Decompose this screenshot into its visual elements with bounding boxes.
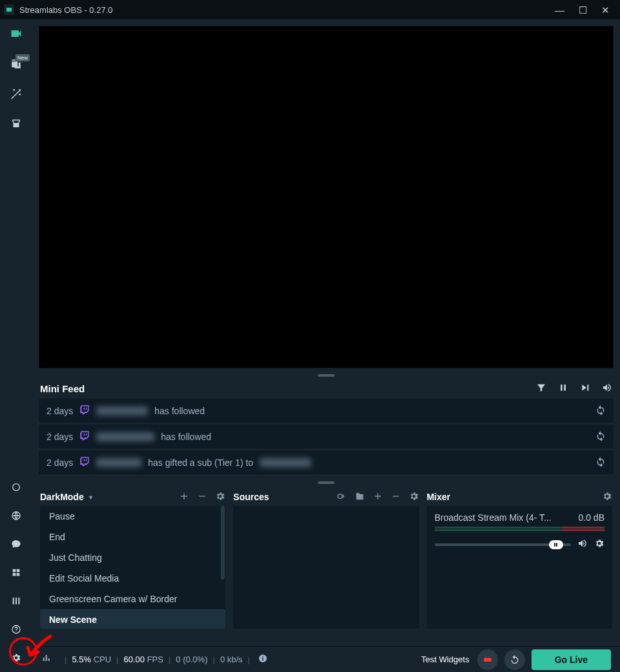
feed-item[interactable]: 2 days has followed <box>39 399 614 423</box>
feed-text: has followed <box>161 432 211 442</box>
stats-icon[interactable] <box>41 653 52 666</box>
app-icon <box>4 5 14 15</box>
scene-item[interactable]: Pause <box>40 506 225 527</box>
dropped-frames: 0 (0.0%) <box>176 655 207 664</box>
status-footer: | 5.5% CPU | 60.00 FPS | 0 (0.0%) | 0 kb… <box>32 646 620 672</box>
scrollbar[interactable] <box>221 506 225 580</box>
feed-time: 2 days <box>46 432 73 442</box>
sources-folder-button[interactable] <box>355 491 365 503</box>
svg-rect-8 <box>6 8 12 12</box>
go-live-button[interactable]: Go Live <box>532 649 611 670</box>
sidebar-chat[interactable] <box>11 539 21 552</box>
minifeed-volume-icon[interactable] <box>602 383 612 395</box>
replay-buffer-button[interactable] <box>504 649 525 670</box>
twitch-icon <box>79 430 90 443</box>
scene-item[interactable]: Just Chatting <box>40 547 225 568</box>
twitch-icon <box>79 456 90 468</box>
minifeed-filter-icon[interactable] <box>536 383 546 395</box>
mixer-title: Mixer <box>427 492 451 502</box>
feed-username-redacted <box>96 432 154 441</box>
left-sidebar: New <box>0 19 32 672</box>
sources-settings-button[interactable] <box>409 491 419 503</box>
cpu-label: CPU <box>94 655 111 664</box>
test-widgets-button[interactable]: Test Widgets <box>421 655 469 664</box>
feed-text: has gifted a sub (Tier 1) to <box>148 457 253 468</box>
scene-collection-dropdown[interactable]: DarkMode ▾ <box>40 492 92 502</box>
scene-item[interactable]: New Scene <box>40 609 225 629</box>
scenes-settings-button[interactable] <box>215 491 225 503</box>
feed-replay-icon[interactable] <box>595 430 606 443</box>
scene-item[interactable]: Edit Social Media <box>40 568 225 589</box>
feed-username-redacted <box>96 406 148 415</box>
mixer-mute-icon[interactable] <box>577 538 588 551</box>
sidebar-editor[interactable] <box>10 27 23 43</box>
window-maximize-button[interactable]: ☐ <box>579 5 587 15</box>
sources-remove-button[interactable] <box>391 491 401 503</box>
sidebar-dashboard[interactable] <box>11 567 21 580</box>
window-minimize-button[interactable]: — <box>555 5 564 15</box>
sidebar-appstore[interactable] <box>10 118 22 132</box>
sources-title: Sources <box>233 492 269 502</box>
sidebar-settings[interactable] <box>11 653 21 666</box>
window-title: Streamlabs OBS - 0.27.0 <box>19 5 113 15</box>
feed-recipient-redacted <box>260 458 311 467</box>
minifeed-skip-icon[interactable] <box>580 383 590 395</box>
mixer-slider-thumb[interactable] <box>549 540 563 549</box>
title-bar: Streamlabs OBS - 0.27.0 — ☐ ✕ <box>0 0 620 19</box>
feed-time: 2 days <box>46 406 73 416</box>
scene-item[interactable]: Greenscreen Camera w/ Border <box>40 589 225 609</box>
feed-text: has followed <box>154 406 205 416</box>
sidebar-themes[interactable] <box>10 88 22 102</box>
mixer-volume-slider[interactable] <box>435 543 571 546</box>
mixer-level-meter <box>435 527 604 532</box>
mixer-panel: Mixer Broadcast Stream Mix (4- T... 0.0 … <box>427 488 612 629</box>
bitrate: 0 kb/s <box>220 655 243 664</box>
chevron-down-icon: ▾ <box>89 494 92 501</box>
sources-add-button[interactable] <box>373 491 383 503</box>
sidebar-layouts[interactable]: New <box>10 58 22 72</box>
fps-value: 60.00 <box>124 655 145 664</box>
twitch-icon <box>79 404 90 417</box>
scene-collection-name: DarkMode <box>40 492 84 502</box>
preview-canvas[interactable] <box>39 26 614 368</box>
mixer-db-value: 0.0 dB <box>579 512 604 523</box>
scenes-remove-button[interactable] <box>197 491 207 503</box>
scene-item[interactable]: End <box>40 527 225 547</box>
info-icon[interactable] <box>258 653 268 666</box>
sources-panel: Sources <box>233 488 418 629</box>
sources-list[interactable] <box>233 506 418 629</box>
mixer-source-settings-icon[interactable] <box>594 538 604 551</box>
feed-replay-icon[interactable] <box>595 456 606 468</box>
sidebar-help[interactable] <box>11 624 21 637</box>
sources-transition-button[interactable] <box>336 491 347 503</box>
feed-replay-icon[interactable] <box>595 404 606 417</box>
mixer-settings-button[interactable] <box>602 491 612 503</box>
feed-item[interactable]: 2 days has followed <box>39 425 614 448</box>
fps-label: FPS <box>147 655 163 664</box>
cpu-value: 5.5% <box>72 655 91 664</box>
drag-handle[interactable] <box>32 372 620 379</box>
scenes-add-button[interactable] <box>179 491 189 503</box>
minifeed-title: Mini Feed <box>40 383 85 394</box>
mixer-source-name: Broadcast Stream Mix (4- T... <box>435 512 552 523</box>
sidebar-website[interactable] <box>11 510 21 523</box>
window-close-button[interactable]: ✕ <box>601 5 610 15</box>
feed-item[interactable]: 2 days has gifted a sub (Tier 1) to <box>39 450 614 474</box>
sidebar-stats[interactable] <box>11 596 21 609</box>
scene-list: Pause End Just Chatting Edit Social Medi… <box>40 506 225 629</box>
minifeed-pause-icon[interactable] <box>558 383 568 395</box>
mixer-source: Broadcast Stream Mix (4- T... 0.0 dB <box>427 506 612 558</box>
feed-username-redacted <box>96 458 141 467</box>
sidebar-cloudbot[interactable] <box>11 482 21 495</box>
drag-handle[interactable] <box>32 479 620 487</box>
scenes-panel: DarkMode ▾ Pause End Just Chatting Edit … <box>40 488 225 629</box>
record-button[interactable] <box>477 649 498 670</box>
new-badge: New <box>16 54 30 61</box>
feed-time: 2 days <box>46 457 73 468</box>
